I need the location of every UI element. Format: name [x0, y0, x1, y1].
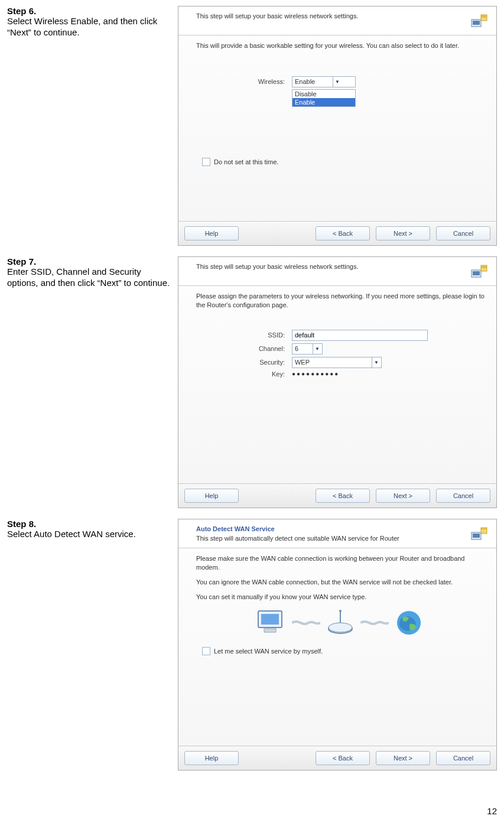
wireless-row: Wireless: Enable ▼	[196, 76, 485, 87]
next-button[interactable]: Next >	[376, 751, 430, 765]
step8-row: Step 8. Select Auto Detect WAN service. …	[7, 519, 497, 771]
svg-rect-15	[261, 614, 279, 625]
wireless-combo[interactable]: Enable ▼	[292, 76, 356, 87]
next-button[interactable]: Next >	[376, 489, 430, 503]
dialog7-footer: Help < Back Next > Cancel	[178, 483, 496, 508]
dialog7-header-text: This step will setup your basic wireless…	[196, 263, 469, 270]
channel-label: Channel:	[196, 345, 292, 352]
dialog-step7: This step will setup your basic wireless…	[178, 256, 497, 508]
chevron-down-icon: ▼	[313, 344, 321, 354]
computer-icon	[254, 608, 290, 638]
key-label: Key:	[196, 370, 292, 378]
security-label: Security:	[196, 359, 292, 366]
router-icon	[323, 608, 358, 638]
step6-title: Step 6.	[7, 6, 173, 16]
svg-point-20	[329, 623, 352, 632]
dialog8-p2: You can ignore the WAN cable connection,…	[196, 578, 485, 587]
globe-icon	[391, 608, 427, 638]
dialog8-p3: You can set it manually if you know your…	[196, 593, 485, 602]
step8-body: Select Auto Detect WAN service.	[7, 529, 173, 540]
dialog7-desc: Please assign the parameters to your wir…	[196, 292, 485, 310]
step6-body: Select Wireless Enable, and then click “…	[7, 16, 173, 38]
channel-value: 6	[292, 345, 313, 352]
step6-row: Step 6. Select Wireless Enable, and then…	[7, 6, 497, 246]
security-combo[interactable]: WEP ▼	[292, 357, 382, 368]
step8-text: Step 8. Select Auto Detect WAN service.	[7, 519, 178, 540]
dialog6-desc: This will provide a basic workable setti…	[196, 41, 485, 50]
step8-title: Step 8.	[7, 519, 173, 529]
channel-combo[interactable]: 6 ▼	[292, 343, 323, 355]
back-button[interactable]: < Back	[316, 489, 370, 503]
cable-icon	[292, 619, 320, 627]
wireless-dropdown[interactable]: Disable Enable	[292, 89, 356, 107]
svg-rect-16	[264, 629, 276, 632]
svg-point-18	[339, 610, 342, 612]
dialog7-header: This step will setup your basic wireless…	[178, 257, 496, 286]
step7-row: Step 7. Enter SSID, Channel and Security…	[7, 256, 497, 508]
cancel-button[interactable]: Cancel	[436, 226, 490, 240]
wireless-setup-icon	[469, 263, 488, 282]
step7-body: Enter SSID, Channel and Security options…	[7, 266, 173, 289]
wireless-label: Wireless:	[196, 78, 292, 85]
step6-text: Step 6. Select Wireless Enable, and then…	[7, 6, 178, 38]
wan-detect-icon	[469, 525, 488, 544]
key-value: ●●●●●●●●●●	[292, 370, 339, 377]
step7-title: Step 7.	[7, 256, 173, 266]
dialog8-subtitle: This step will automatically detect one …	[196, 535, 469, 542]
cable-icon	[360, 619, 389, 627]
do-not-set-row[interactable]: Do not set at this time.	[202, 158, 485, 166]
option-disable[interactable]: Disable	[292, 90, 355, 98]
do-not-set-checkbox[interactable]	[202, 158, 210, 166]
ssid-label: SSID:	[196, 331, 292, 339]
self-select-row[interactable]: Let me select WAN service by myself.	[202, 647, 485, 655]
page-number: 12	[7, 806, 497, 816]
do-not-set-label: Do not set at this time.	[214, 158, 278, 165]
option-enable[interactable]: Enable	[292, 98, 355, 106]
dialog6-header-text: This step will setup your basic wireless…	[196, 12, 469, 19]
svg-rect-1	[473, 21, 480, 25]
chevron-down-icon: ▼	[372, 357, 381, 368]
dialog6-header: This step will setup your basic wireless…	[178, 6, 496, 35]
back-button[interactable]: < Back	[316, 226, 370, 240]
dialog8-footer: Help < Back Next > Cancel	[178, 746, 496, 770]
chevron-down-icon: ▼	[333, 77, 342, 87]
self-select-checkbox[interactable]	[202, 647, 210, 655]
dialog8-header: Auto Detect WAN Service This step will a…	[178, 519, 496, 548]
self-select-label: Let me select WAN service by myself.	[214, 648, 323, 655]
dialog8-title: Auto Detect WAN Service	[196, 525, 469, 532]
step7-text: Step 7. Enter SSID, Channel and Security…	[7, 256, 178, 289]
back-button[interactable]: < Back	[316, 751, 370, 765]
wireless-setup-icon	[469, 12, 488, 31]
dialog-step6: This step will setup your basic wireless…	[178, 6, 497, 246]
wireless-combo-value: Enable	[292, 78, 333, 85]
svg-rect-6	[473, 271, 480, 275]
help-button[interactable]: Help	[184, 226, 239, 240]
next-button[interactable]: Next >	[376, 226, 430, 240]
help-button[interactable]: Help	[184, 751, 239, 765]
dialog-step8: Auto Detect WAN Service This step will a…	[178, 519, 497, 771]
connection-diagram	[196, 608, 485, 638]
cancel-button[interactable]: Cancel	[436, 751, 490, 765]
dialog6-footer: Help < Back Next > Cancel	[178, 221, 496, 245]
dialog8-p1: Please make sure the WAN cable connectio…	[196, 554, 485, 572]
help-button[interactable]: Help	[184, 489, 239, 503]
security-value: WEP	[292, 359, 372, 366]
ssid-input[interactable]	[292, 330, 428, 341]
svg-rect-11	[473, 534, 480, 538]
cancel-button[interactable]: Cancel	[436, 489, 490, 503]
